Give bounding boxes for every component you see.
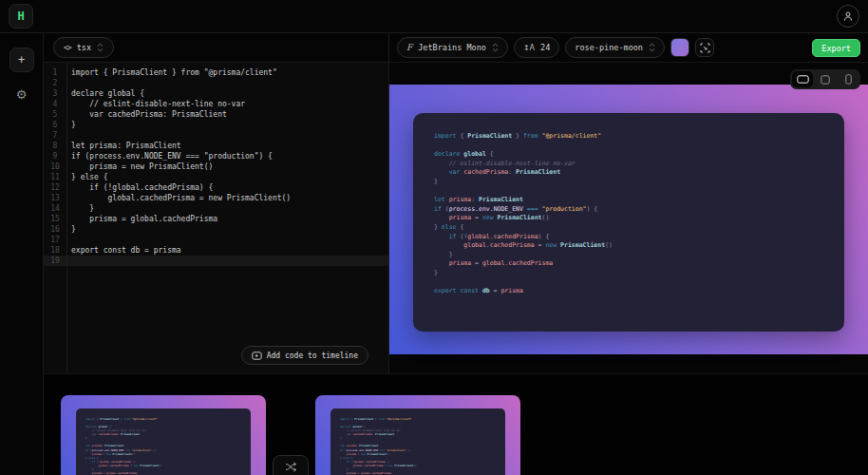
chevron-updown-icon bbox=[97, 43, 104, 52]
chevron-updown-icon bbox=[649, 43, 655, 52]
editor-line[interactable]: 10 prisma = new PrismaClient() bbox=[44, 162, 388, 172]
font-icon: F bbox=[406, 43, 412, 52]
add-code-to-timeline-button[interactable]: Add code to timeline bbox=[241, 346, 368, 365]
preview-panel: F JetBrains Mono ↕A 24 bbox=[389, 33, 868, 373]
editor-line[interactable]: 11} else { bbox=[44, 172, 388, 182]
timeline-clip-2-card: import { PrismaClient } from "@prisma/cl… bbox=[330, 408, 505, 475]
plus-icon: + bbox=[18, 53, 25, 66]
timeline-clip-2-code: import { PrismaClient } from "@prisma/cl… bbox=[340, 417, 505, 475]
selection-frame-icon bbox=[700, 43, 710, 53]
device-desktop-button[interactable] bbox=[792, 71, 813, 87]
editor-line[interactable]: 4 // eslint-disable-next-line no-var bbox=[44, 99, 388, 109]
user-avatar-button[interactable] bbox=[837, 5, 859, 28]
export-button[interactable]: Export bbox=[812, 39, 860, 57]
timeline-clip-1-card: import { PrismaClient } from "@prisma/cl… bbox=[76, 408, 251, 475]
timeline-clip-1[interactable]: import { PrismaClient } from "@prisma/cl… bbox=[61, 395, 266, 475]
device-phone-button[interactable] bbox=[838, 71, 859, 87]
preview-canvas: import { PrismaClient } from "@prisma/cl… bbox=[389, 85, 868, 354]
export-label: Export bbox=[821, 44, 851, 53]
font-size-input[interactable]: ↕A 24 bbox=[514, 37, 559, 58]
editor-line[interactable]: 18export const db = prisma bbox=[44, 245, 388, 256]
device-frame-toggle bbox=[790, 69, 860, 89]
editor-line[interactable]: 13 global.cachedPrisma = new PrismaClien… bbox=[44, 193, 388, 203]
theme-select-value: rose-pine-moon bbox=[575, 43, 643, 52]
square-frame-icon bbox=[821, 75, 830, 85]
text-size-icon: ↕A bbox=[523, 44, 535, 52]
editor-line[interactable]: 14 } bbox=[44, 203, 388, 214]
gear-icon: ⚙ bbox=[16, 87, 28, 102]
left-rail: + ⚙ bbox=[0, 33, 44, 475]
background-color-swatch[interactable] bbox=[670, 38, 689, 57]
editor-line[interactable]: 15 prisma = global.cachedPrisma bbox=[44, 214, 388, 224]
transition-button[interactable] bbox=[273, 455, 309, 475]
font-select[interactable]: F JetBrains Mono bbox=[397, 37, 508, 58]
code-snippet-card: import { PrismaClient } from "@prisma/cl… bbox=[413, 113, 844, 332]
editor-line[interactable]: 3declare global { bbox=[44, 88, 388, 99]
font-size-value: 24 bbox=[540, 43, 550, 52]
editor-line[interactable]: 16} bbox=[44, 224, 388, 235]
preview-stage: import { PrismaClient } from "@prisma/cl… bbox=[389, 63, 868, 373]
editor-line[interactable]: 8let prisma: PrismaClient bbox=[44, 141, 388, 151]
font-select-value: JetBrains Mono bbox=[418, 43, 486, 52]
app-logo-letter: H bbox=[17, 10, 24, 23]
frame-settings-button[interactable] bbox=[695, 38, 714, 57]
code-editor[interactable]: 1import { PrismaClient } from "@prisma/c… bbox=[44, 63, 388, 373]
editor-line[interactable]: 7 bbox=[44, 130, 388, 141]
highlighted-code: import { PrismaClient } from "@prisma/cl… bbox=[434, 132, 823, 296]
preview-toolbar: F JetBrains Mono ↕A 24 bbox=[389, 33, 868, 63]
app-logo[interactable]: H bbox=[9, 4, 33, 28]
language-select-value: tsx bbox=[77, 43, 91, 52]
top-bar: H bbox=[0, 0, 868, 33]
chevron-updown-icon bbox=[492, 43, 499, 52]
shuffle-icon bbox=[285, 462, 297, 472]
language-select[interactable]: <> tsx bbox=[53, 37, 114, 58]
user-icon bbox=[842, 10, 854, 22]
editor-lines: 1import { PrismaClient } from "@prisma/c… bbox=[44, 67, 388, 266]
editor-line[interactable]: 9if (process.env.NODE_ENV === "productio… bbox=[44, 151, 388, 162]
add-code-to-timeline-label: Add code to timeline bbox=[267, 352, 358, 360]
editor-line[interactable]: 12 if (!global.cachedPrisma) { bbox=[44, 182, 388, 193]
app-window: H + ⚙ bbox=[0, 0, 868, 475]
editor-line[interactable]: 2 bbox=[44, 78, 388, 88]
code-editor-panel: <> tsx 1import { PrismaClient } from "@p… bbox=[44, 33, 389, 373]
timeline-clip-1-code: import { PrismaClient } from "@prisma/cl… bbox=[85, 417, 251, 475]
editor-line[interactable]: 17 bbox=[44, 235, 388, 245]
editor-line[interactable]: 1import { PrismaClient } from "@prisma/c… bbox=[44, 67, 388, 78]
media-clip-icon bbox=[252, 352, 262, 360]
device-square-button[interactable] bbox=[815, 71, 836, 87]
portrait-frame-icon bbox=[845, 74, 852, 85]
editor-tab-bar: <> tsx bbox=[44, 33, 388, 63]
timeline: import { PrismaClient } from "@prisma/cl… bbox=[44, 373, 868, 475]
settings-button[interactable]: ⚙ bbox=[16, 87, 28, 102]
add-project-button[interactable]: + bbox=[9, 48, 34, 72]
editor-line[interactable]: 6} bbox=[44, 120, 388, 130]
timeline-clip-2[interactable]: import { PrismaClient } from "@prisma/cl… bbox=[315, 395, 520, 475]
gutter-divider bbox=[66, 63, 67, 373]
landscape-frame-icon bbox=[797, 75, 809, 84]
editor-line[interactable]: 19 bbox=[44, 256, 388, 266]
code-icon: <> bbox=[64, 44, 71, 52]
editor-line[interactable]: 5 var cachedPrisma: PrismaClient bbox=[44, 109, 388, 120]
theme-select[interactable]: rose-pine-moon bbox=[565, 37, 665, 58]
